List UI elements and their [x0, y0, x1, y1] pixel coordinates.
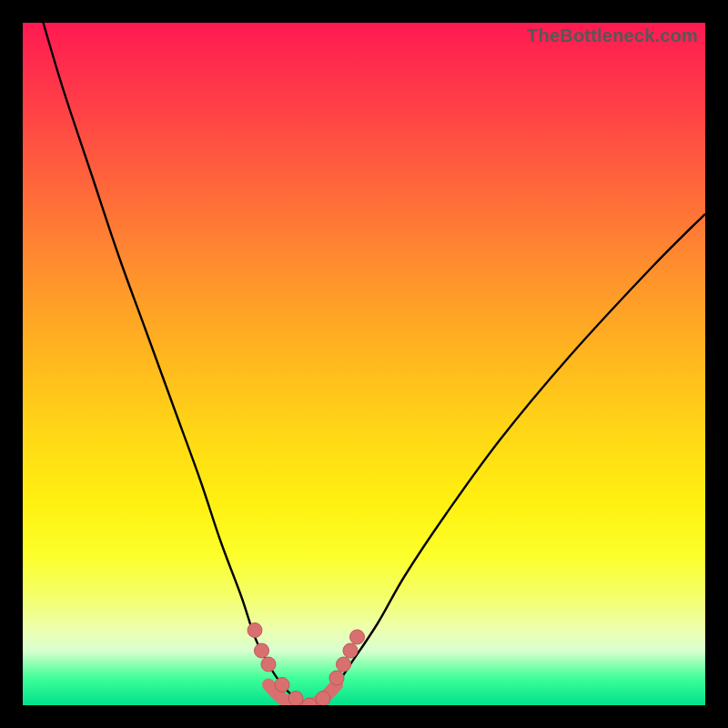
dot-layer	[248, 623, 365, 706]
chart-svg	[23, 23, 705, 705]
chart-frame: TheBottleneck.com	[0, 0, 728, 728]
chart-plot-area: TheBottleneck.com	[23, 23, 705, 705]
marker-dot	[343, 643, 358, 658]
marker-dot	[255, 643, 269, 658]
curve-layer	[44, 23, 706, 705]
marker-dot	[350, 630, 365, 644]
marker-dot	[248, 623, 262, 638]
left-curve	[44, 23, 310, 705]
marker-dot	[261, 657, 276, 672]
marker-dot	[275, 678, 289, 693]
marker-dot	[316, 692, 330, 706]
right-curve	[309, 214, 705, 705]
marker-dot	[337, 657, 351, 672]
marker-dot	[288, 692, 303, 706]
marker-dot	[329, 671, 344, 685]
